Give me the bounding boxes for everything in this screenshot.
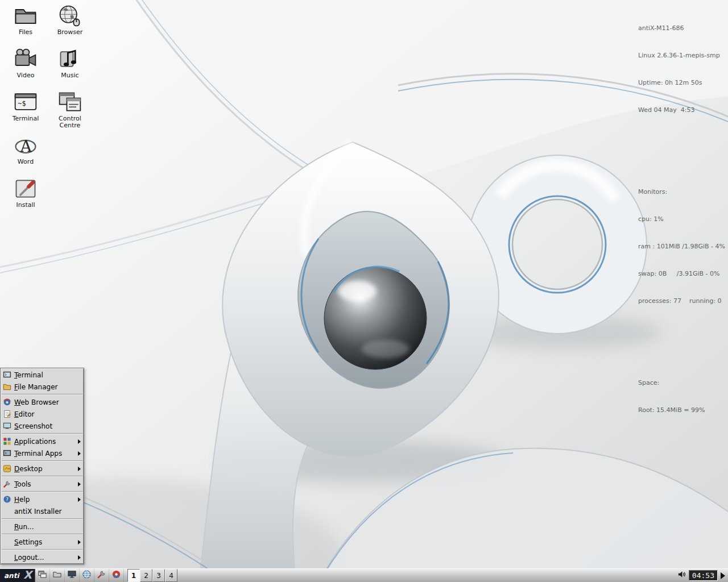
- menu-item-label: Tools: [14, 480, 31, 488]
- show-desktop-button[interactable]: [65, 569, 80, 582]
- conky-line: Uptime: 0h 12m 50s: [638, 78, 727, 88]
- menu-separator: [2, 460, 82, 462]
- menu-item-desktop[interactable]: Desktop: [1, 463, 84, 475]
- video-icon: [13, 47, 38, 72]
- menu-separator: [2, 518, 82, 519]
- folder-icon: [3, 383, 11, 391]
- icon-spacer: [3, 538, 11, 546]
- menu-item-logout[interactable]: Logout...: [1, 551, 84, 563]
- wrench-icon: [3, 480, 11, 488]
- menu-item-terminal[interactable]: Terminal: [1, 369, 84, 381]
- window-list-icon: [38, 569, 47, 581]
- system-monitor: antiX-M11-686 Linux 2.6.36-1-mepis-smp U…: [638, 6, 727, 424]
- menu-separator: [2, 476, 82, 477]
- menu-item-run[interactable]: Run...: [1, 521, 84, 533]
- conky-line: swap: 0B /3.91GiB - 0%: [638, 269, 727, 278]
- menu-separator: [2, 394, 82, 395]
- menu-item-label: Desktop: [14, 465, 43, 473]
- menu-item-label: Logout...: [14, 554, 44, 562]
- workspace-button-3[interactable]: 3: [152, 569, 165, 582]
- desktop-icon-label: Music: [61, 72, 78, 79]
- submenu-arrow-icon: [78, 467, 81, 471]
- desktop-icon-control-centre[interactable]: Control Centre: [48, 90, 92, 133]
- taskbar-tray: 04:53: [677, 569, 728, 582]
- start-menu-button[interactable]: anti X: [0, 569, 35, 582]
- submenu-arrow-icon: [78, 497, 81, 502]
- menu-item-help[interactable]: ? Help: [1, 493, 84, 505]
- svg-text:A: A: [20, 137, 32, 155]
- desktop-icon-music[interactable]: Music: [48, 47, 92, 90]
- desktop-icon-video[interactable]: Video: [3, 47, 48, 90]
- pager-next-icon[interactable]: [721, 572, 725, 579]
- desktop-icon-word[interactable]: A Word: [3, 133, 48, 176]
- globe-icon: [82, 569, 92, 581]
- submenu-arrow-icon: [78, 555, 81, 560]
- word-processor-icon: A: [13, 133, 38, 158]
- wrench-icon: [97, 569, 106, 581]
- window-list-button[interactable]: [35, 569, 50, 582]
- conky-line: antiX-M11-686: [638, 24, 727, 33]
- desktop-icon-files[interactable]: Files: [3, 3, 48, 47]
- conky-line: [638, 160, 727, 169]
- menu-item-label: Screenshot: [14, 422, 52, 430]
- file-manager-button[interactable]: [50, 569, 65, 582]
- folder-icon: [13, 3, 38, 28]
- desktop-icon-browser[interactable]: Browser: [48, 3, 92, 47]
- menu-separator: [2, 534, 82, 535]
- icon-spacer: [3, 522, 11, 531]
- menu-item-label: Editor: [14, 410, 35, 418]
- desktop-icon-label: Word: [18, 159, 34, 165]
- menu-separator: [2, 491, 82, 492]
- desktop-icon-label: Control Centre: [48, 115, 92, 129]
- menu-item-terminal-apps[interactable]: Terminal Apps: [1, 447, 84, 459]
- menu-item-screenshot[interactable]: Screenshot: [1, 420, 84, 432]
- conky-line: processes: 77 running: 0: [638, 297, 727, 306]
- svg-text:?: ?: [6, 497, 8, 502]
- desktop-icon-label: Files: [19, 29, 32, 36]
- menu-item-antix-installer[interactable]: antiX Installer: [1, 505, 84, 517]
- control-centre-icon: [57, 90, 82, 115]
- desktop-icon-label: Install: [16, 202, 35, 209]
- conky-line: [638, 133, 727, 142]
- workspace-button-4[interactable]: 4: [165, 569, 177, 582]
- browser-button[interactable]: [80, 569, 94, 582]
- submenu-arrow-icon: [78, 439, 81, 444]
- menu-item-file-manager[interactable]: File Manager: [1, 381, 84, 393]
- menu-item-editor[interactable]: Editor: [1, 408, 84, 420]
- tools-button[interactable]: [94, 569, 109, 582]
- menu-item-applications[interactable]: Applications: [1, 435, 84, 447]
- desktop-icon-install[interactable]: Install: [3, 176, 48, 219]
- workspace-button-2[interactable]: 2: [140, 569, 152, 582]
- desktop-icon-label: Browser: [57, 29, 83, 36]
- iceape-icon: [111, 569, 121, 581]
- monitor-icon: [67, 569, 77, 581]
- applications-icon: [3, 437, 11, 446]
- icon-spacer: [3, 507, 11, 516]
- conky-line: cpu: 1%: [638, 215, 727, 224]
- terminal-apps-icon: [3, 449, 11, 458]
- conky-line: Linux 2.6.36-1-mepis-smp: [638, 51, 727, 60]
- menu-item-label: Terminal: [14, 371, 43, 379]
- globe-icon: [57, 3, 82, 28]
- conky-line: Wed 04 May 4:53: [638, 106, 727, 115]
- menu-separator: [2, 549, 82, 550]
- screenshot-icon: [3, 422, 11, 430]
- menu-item-label: antiX Installer: [14, 508, 61, 516]
- conky-line: [638, 324, 727, 333]
- icon-spacer: [3, 553, 11, 562]
- menu-item-label: Settings: [14, 538, 42, 546]
- taskbar-clock: 04:53: [689, 570, 718, 581]
- install-icon: [13, 176, 38, 201]
- desktop-icon-terminal[interactable]: ~$ Terminal: [3, 90, 48, 133]
- conky-line: Root: 15.4MiB = 99%: [638, 406, 727, 415]
- speaker-icon[interactable]: [677, 570, 686, 581]
- logo-text: anti: [4, 572, 19, 580]
- music-icon: [57, 47, 82, 72]
- menu-item-tools[interactable]: Tools: [1, 478, 84, 490]
- workspace-button-1[interactable]: 1: [127, 569, 140, 582]
- wallpaper: [0, 0, 728, 582]
- iceape-button[interactable]: [109, 569, 124, 582]
- menu-item-web-browser[interactable]: Web Browser: [1, 396, 84, 408]
- conky-line: ram : 101MiB /1.98GiB - 4%: [638, 242, 727, 251]
- menu-item-settings[interactable]: Settings: [1, 536, 84, 548]
